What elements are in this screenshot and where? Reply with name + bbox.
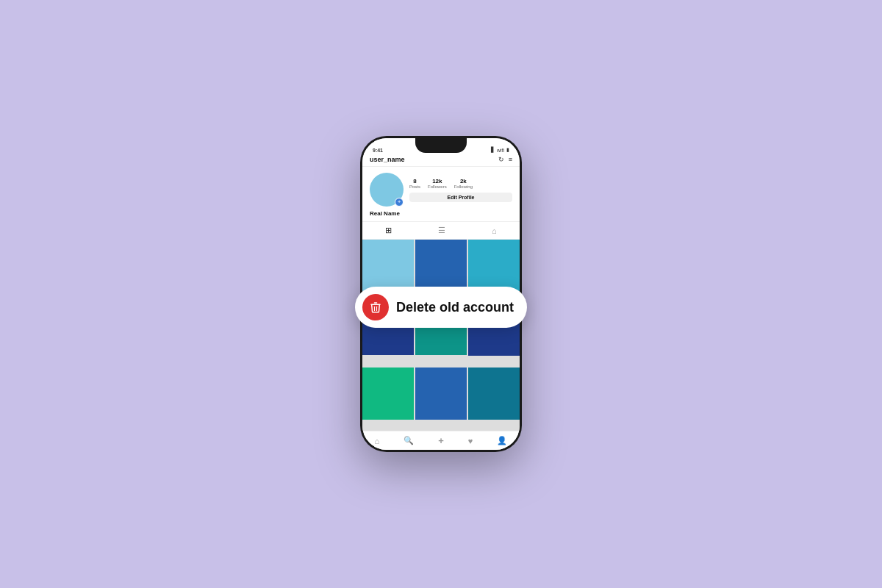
grid-cell-3[interactable] xyxy=(468,240,520,291)
nav-profile[interactable]: 👤 xyxy=(497,436,507,445)
tooltip-label: Delete old account xyxy=(396,300,514,315)
trash-button[interactable] xyxy=(362,294,389,320)
bottom-nav: ⌂ 🔍 + ♥ 👤 xyxy=(362,431,520,450)
grid-cell-8[interactable] xyxy=(415,368,467,419)
real-name: Real Name xyxy=(370,210,512,217)
refresh-icon[interactable]: ↻ xyxy=(498,156,504,163)
edit-profile-button[interactable]: Edit Profile xyxy=(409,193,512,202)
grid-cell-7[interactable] xyxy=(362,368,414,419)
profile-section: + 8 Posts 12k Followers xyxy=(362,167,520,221)
menu-icon[interactable]: ≡ xyxy=(509,156,512,163)
grid-cell-2[interactable] xyxy=(415,240,467,291)
add-photo-button[interactable]: + xyxy=(395,198,404,207)
following-label: Following xyxy=(454,184,473,189)
nav-heart[interactable]: ♥ xyxy=(468,437,473,445)
photo-grid xyxy=(362,240,520,431)
scene: 9:41 ▋ wifi ▮ user_name ↻ ≡ xyxy=(360,136,522,452)
stat-followers: 12k Followers xyxy=(428,178,447,189)
avatar-wrap: + xyxy=(370,173,404,207)
following-count: 2k xyxy=(454,178,473,184)
tab-grid[interactable]: ⊞ xyxy=(385,226,392,235)
profile-top: + 8 Posts 12k Followers xyxy=(370,173,512,207)
stat-posts: 8 Posts xyxy=(409,178,420,189)
phone-notch xyxy=(415,138,467,153)
nav-home[interactable]: ⌂ xyxy=(375,437,380,445)
stats-container: 8 Posts 12k Followers 2k Following xyxy=(409,178,512,202)
grid-cell-1[interactable] xyxy=(362,240,414,291)
nav-search[interactable]: 🔍 xyxy=(404,436,414,445)
signal-icon: ▋ xyxy=(491,147,495,153)
status-time: 9:41 xyxy=(373,148,383,153)
delete-tooltip[interactable]: Delete old account xyxy=(355,287,527,328)
nav-add[interactable]: + xyxy=(438,435,444,446)
app-header: user_name ↻ ≡ xyxy=(362,154,520,167)
wifi-icon: wifi xyxy=(497,148,504,153)
username-label: user_name xyxy=(370,156,405,163)
trash-icon xyxy=(369,301,382,314)
posts-count: 8 xyxy=(409,178,420,184)
stat-following: 2k Following xyxy=(454,178,473,189)
followers-label: Followers xyxy=(428,184,447,189)
tab-bar: ⊞ ☰ ⌂ xyxy=(362,221,520,240)
tab-tags[interactable]: ⌂ xyxy=(492,226,497,235)
status-icons: ▋ wifi ▮ xyxy=(491,147,509,153)
header-icons: ↻ ≡ xyxy=(498,156,512,163)
followers-count: 12k xyxy=(428,178,447,184)
battery-icon: ▮ xyxy=(506,147,509,153)
tab-list[interactable]: ☰ xyxy=(438,226,445,235)
svg-rect-1 xyxy=(374,302,378,304)
grid-cell-9[interactable] xyxy=(468,368,520,419)
stats-row: 8 Posts 12k Followers 2k Following xyxy=(409,178,512,189)
posts-label: Posts xyxy=(409,184,420,189)
